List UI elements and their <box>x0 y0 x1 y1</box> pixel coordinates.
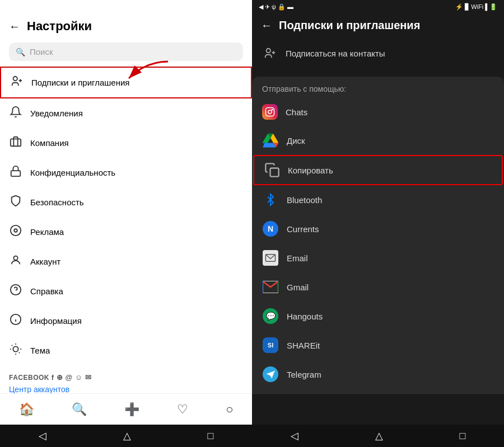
share-item-hangouts[interactable]: 💬 Hangouts <box>252 302 504 331</box>
shareit-icon: SI <box>262 337 279 354</box>
android-home-right[interactable]: △ <box>375 430 383 442</box>
company-label: Компания <box>30 138 69 148</box>
help-icon <box>9 284 22 299</box>
currents-icon: N <box>262 220 279 237</box>
status-navigation: ◀ ✈ ψ 🔒 ▬ <box>259 3 293 11</box>
share-item-drive[interactable]: Диск <box>252 126 504 155</box>
security-label: Безопасность <box>30 197 84 207</box>
share-item-telegram[interactable]: Telegram <box>252 360 504 389</box>
nav-home[interactable]: 🏠 <box>19 402 34 417</box>
share-item-copy[interactable]: Копировать <box>253 155 503 185</box>
android-back-right[interactable]: ◁ <box>291 430 298 442</box>
telegram-label: Telegram <box>287 370 321 379</box>
settings-item-company[interactable]: Компания <box>0 128 252 158</box>
svg-point-0 <box>13 77 17 81</box>
subscribe-contacts-icon <box>262 45 278 61</box>
copy-label: Копировать <box>288 166 333 175</box>
right-item-subscribe-contacts[interactable]: Подписаться на контакты <box>252 37 504 69</box>
hangouts-label: Hangouts <box>287 312 323 321</box>
search-bar[interactable]: 🔍 Поиск <box>9 43 243 61</box>
android-back-left[interactable]: ◁ <box>39 430 46 442</box>
left-status-bar <box>0 0 252 13</box>
info-label: Информация <box>30 316 82 326</box>
settings-item-help[interactable]: Справка <box>0 276 252 306</box>
left-header: ← Настройки <box>0 13 252 39</box>
right-bottom-nav <box>252 393 504 425</box>
theme-label: Тема <box>30 346 50 355</box>
left-bottom-nav: 🏠 🔍 ➕ ♡ ○ <box>0 393 252 425</box>
settings-item-account[interactable]: Аккаунт <box>0 247 252 276</box>
gmail-label: Gmail <box>287 283 309 292</box>
right-panel: ◀ ✈ ψ 🔒 ▬ ⚡ ▊ WiFi ▌🔋 ← Подписки и пригл… <box>252 0 504 447</box>
privacy-icon <box>9 165 22 180</box>
nav-profile[interactable]: ○ <box>226 402 233 417</box>
settings-item-privacy[interactable]: Конфиденциальность <box>0 158 252 187</box>
nav-heart[interactable]: ♡ <box>177 402 188 417</box>
search-icon: 🔍 <box>16 48 25 57</box>
chats-icon <box>262 104 278 120</box>
settings-item-info[interactable]: Информация <box>0 306 252 336</box>
ads-icon <box>9 224 22 239</box>
share-sheet-title: Отправить с помощью: <box>252 77 504 98</box>
android-home-left[interactable]: △ <box>123 430 131 442</box>
info-icon <box>9 313 22 328</box>
right-status-bar: ◀ ✈ ψ 🔒 ▬ ⚡ ▊ WiFi ▌🔋 <box>252 0 504 13</box>
share-item-chats[interactable]: Chats <box>252 98 504 126</box>
subscribe-contacts-label: Подписаться на контакты <box>286 49 385 58</box>
chats-label: Chats <box>286 107 307 117</box>
nav-add[interactable]: ➕ <box>124 402 139 417</box>
currents-label: Currents <box>287 224 319 234</box>
notifications-label: Уведомления <box>30 109 83 118</box>
svg-point-6 <box>14 229 17 232</box>
svg-point-7 <box>13 256 17 260</box>
right-header: ← Подписки и приглашения <box>252 13 504 37</box>
company-icon <box>9 135 22 150</box>
left-android-nav: ◁ △ □ <box>0 425 252 447</box>
svg-line-16 <box>12 345 12 346</box>
svg-point-13 <box>13 346 18 351</box>
settings-item-subscriptions[interactable]: Подписки и приглашения <box>0 67 252 98</box>
android-recents-right[interactable]: □ <box>460 430 466 442</box>
facebook-icons: f ⊕ @ ☺ ✉ <box>52 373 91 382</box>
status-left: ◀ ✈ ψ 🔒 ▬ <box>259 3 293 11</box>
svg-rect-3 <box>11 139 21 146</box>
svg-rect-32 <box>266 108 274 116</box>
settings-item-theme[interactable]: Тема <box>0 336 252 365</box>
help-label: Справка <box>30 286 63 296</box>
privacy-label: Конфиденциальность <box>30 168 115 177</box>
settings-item-notifications[interactable]: Уведомления <box>0 98 252 128</box>
svg-rect-35 <box>270 168 279 177</box>
search-placeholder: Поиск <box>30 47 53 57</box>
drive-label: Диск <box>287 136 305 145</box>
right-back-button[interactable]: ← <box>261 19 272 32</box>
share-sheet: Отправить с помощью: Chats Диск <box>252 77 504 393</box>
settings-item-ads[interactable]: Реклама <box>0 217 252 247</box>
page-title-left: Настройки <box>27 19 92 34</box>
account-icon <box>9 254 22 269</box>
android-recents-left[interactable]: □ <box>208 430 214 442</box>
security-icon <box>9 195 22 210</box>
share-item-shareit[interactable]: SI SHAREit <box>252 331 504 360</box>
svg-rect-4 <box>11 171 21 176</box>
share-item-currents[interactable]: N Currents <box>252 214 504 243</box>
theme-icon <box>9 343 22 358</box>
settings-item-security[interactable]: Безопасность <box>0 187 252 217</box>
left-panel: ← Настройки 🔍 Поиск Подписки и приглашен… <box>0 0 252 447</box>
nav-search[interactable]: 🔍 <box>72 402 87 417</box>
svg-line-17 <box>19 352 20 353</box>
back-button[interactable]: ← <box>9 20 20 33</box>
bluetooth-label: Bluetooth <box>287 195 322 205</box>
share-item-gmail[interactable]: Gmail <box>252 272 504 302</box>
share-item-bluetooth[interactable]: Bluetooth <box>252 185 504 214</box>
status-right: ⚡ ▊ WiFi ▌🔋 <box>455 3 497 11</box>
right-android-nav: ◁ △ □ <box>252 425 504 447</box>
share-item-email[interactable]: Email <box>252 243 504 272</box>
subscriptions-label: Подписки и приглашения <box>31 78 129 87</box>
account-center-link[interactable]: Центр аккаунтов <box>0 384 252 393</box>
svg-point-34 <box>272 109 273 110</box>
hangouts-icon: 💬 <box>262 308 279 324</box>
account-label: Аккаунт <box>30 257 60 266</box>
email-label: Email <box>287 253 308 263</box>
gmail-icon <box>262 279 279 295</box>
svg-point-21 <box>267 49 270 53</box>
